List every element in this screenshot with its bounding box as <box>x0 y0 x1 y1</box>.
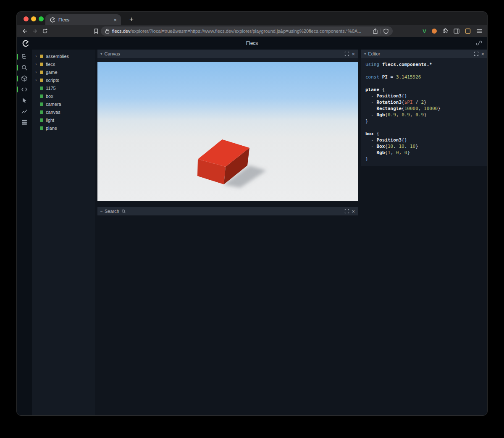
entity-square-icon <box>40 126 43 130</box>
fullscreen-icon[interactable] <box>474 51 479 56</box>
canvas-panel-header: ▾ Canvas × <box>97 50 358 58</box>
share-link-icon[interactable] <box>476 40 482 46</box>
close-icon[interactable]: × <box>481 51 484 57</box>
code-line: } <box>365 156 483 162</box>
tree-item-label: game <box>46 70 58 75</box>
expand-arrow-icon[interactable]: › <box>35 78 40 82</box>
module-square-icon <box>40 63 43 66</box>
fullscreen-icon[interactable] <box>344 51 349 56</box>
reload-icon[interactable] <box>42 28 48 34</box>
extension-v-icon[interactable]: V <box>423 28 426 34</box>
tree-item-scripts[interactable]: ›scripts <box>32 76 95 84</box>
url-text: flecs.dev/explorer/?local=true&wasm=http… <box>112 29 370 34</box>
code-line: - Rotation3{$PI / 2} <box>365 99 483 105</box>
code-line <box>365 124 483 131</box>
tree-item-label: assemblies <box>46 54 69 59</box>
fullscreen-icon[interactable] <box>344 209 349 214</box>
extension-box-icon[interactable] <box>465 28 471 34</box>
tree-item-1175[interactable]: 1175 <box>32 84 95 92</box>
tree-item-camera[interactable]: camera <box>32 100 95 108</box>
extension-orange-icon[interactable] <box>432 29 437 34</box>
tree-item-label: scripts <box>46 78 59 83</box>
module-square-icon <box>40 71 43 74</box>
code-line: - Box{10, 10, 10} <box>365 143 483 149</box>
code-line: box { <box>365 131 483 137</box>
sidebar-code-icon[interactable] <box>17 84 32 95</box>
url-bar[interactable]: flecs.dev/explorer/?local=true&wasm=http… <box>101 26 393 36</box>
tree-item-label: flecs <box>46 62 55 67</box>
shield-icon[interactable] <box>383 29 388 34</box>
expand-arrow-icon[interactable]: › <box>35 70 40 74</box>
tab-title: Flecs <box>58 17 69 22</box>
back-icon[interactable] <box>22 28 28 34</box>
code-line: - Rgb{0.9, 0.9, 0.9} <box>365 112 483 118</box>
close-window-button[interactable] <box>24 16 29 21</box>
zoom-window-button[interactable] <box>39 16 44 21</box>
tab-close-icon[interactable]: × <box>113 17 117 23</box>
module-square-icon <box>40 55 43 58</box>
bookmark-icon[interactable] <box>93 28 99 34</box>
entity-square-icon <box>40 94 43 98</box>
editor-panel-title: Editor <box>368 51 381 56</box>
entity-square-icon <box>40 118 43 122</box>
expand-arrow-icon[interactable]: › <box>35 54 40 58</box>
code-line: using flecs.components.* <box>365 61 483 68</box>
browser-tab[interactable]: Flecs × <box>45 14 121 25</box>
lock-icon <box>105 29 110 34</box>
collapse-chevron-icon[interactable]: ▾ <box>364 52 366 56</box>
flecs-logo-icon[interactable] <box>22 39 29 47</box>
minimize-window-button[interactable] <box>31 16 36 21</box>
expand-arrow-icon[interactable]: › <box>35 62 40 66</box>
canvas-body <box>97 58 358 201</box>
code-line <box>365 80 483 87</box>
entity-square-icon <box>40 102 43 106</box>
app-header: Flecs <box>17 37 487 50</box>
tree-item-flecs[interactable]: ›flecs <box>32 60 95 68</box>
flecs-explorer-page: Flecs <box>17 37 487 415</box>
close-icon[interactable]: × <box>352 209 355 214</box>
code-line: const PI = 3.1415926 <box>365 74 483 80</box>
tree-item-label: box <box>46 94 53 99</box>
tree-item-game[interactable]: ›game <box>32 68 95 76</box>
entity-tree: ›assemblies›flecs›game›scripts1175boxcam… <box>32 50 95 415</box>
new-tab-button[interactable]: + <box>126 14 137 25</box>
code-line: - Position3{} <box>365 137 483 143</box>
editor-panel: ▾ Editor × using flecs.components.* cons… <box>361 50 487 166</box>
search-panel-header: – Search × <box>97 207 358 215</box>
collapsed-dash-icon[interactable]: – <box>100 210 102 213</box>
3d-viewport[interactable] <box>97 62 358 201</box>
module-square-icon <box>40 79 43 82</box>
tree-item-canvas[interactable]: canvas <box>32 108 95 116</box>
tree-item-label: light <box>46 118 54 123</box>
close-icon[interactable]: × <box>352 51 355 57</box>
left-icon-sidebar <box>17 50 32 415</box>
forward-icon[interactable] <box>32 28 38 34</box>
sidebar-stats-icon[interactable] <box>17 106 32 117</box>
tree-item-light[interactable]: light <box>32 116 95 124</box>
browser-window: Flecs × + flecs.dev/explorer/?local=true… <box>17 12 487 415</box>
sidebar-search-icon[interactable] <box>17 62 32 73</box>
menu-icon[interactable] <box>476 29 482 34</box>
url-bar-divider <box>381 29 381 34</box>
side-panel-icon[interactable] <box>454 28 459 34</box>
sidebar-memory-icon[interactable] <box>17 117 32 128</box>
sidebar-inspector-icon[interactable] <box>17 95 32 106</box>
editor-panel-header: ▾ Editor × <box>361 50 487 58</box>
extensions-tray: V <box>423 25 482 37</box>
flecs-favicon-icon <box>50 17 55 23</box>
tree-item-assemblies[interactable]: ›assemblies <box>32 52 95 60</box>
collapse-chevron-icon[interactable]: ▾ <box>100 52 102 56</box>
extensions-puzzle-icon[interactable] <box>442 28 448 34</box>
code-line: - Rgb{1, 0, 0} <box>365 149 483 156</box>
sidebar-hierarchy-icon[interactable] <box>17 51 32 62</box>
editor-code[interactable]: using flecs.components.* const PI = 3.14… <box>361 58 487 166</box>
tree-item-label: 1175 <box>46 86 56 91</box>
tree-item-label: camera <box>46 102 61 107</box>
browser-toolbar: flecs.dev/explorer/?local=true&wasm=http… <box>17 25 487 37</box>
entity-square-icon <box>40 110 43 114</box>
search-panel-title: Search <box>105 209 119 214</box>
share-icon[interactable] <box>373 28 378 34</box>
tree-item-box[interactable]: box <box>32 92 95 100</box>
sidebar-scene-icon[interactable] <box>17 73 32 84</box>
tree-item-plane[interactable]: plane <box>32 124 95 132</box>
